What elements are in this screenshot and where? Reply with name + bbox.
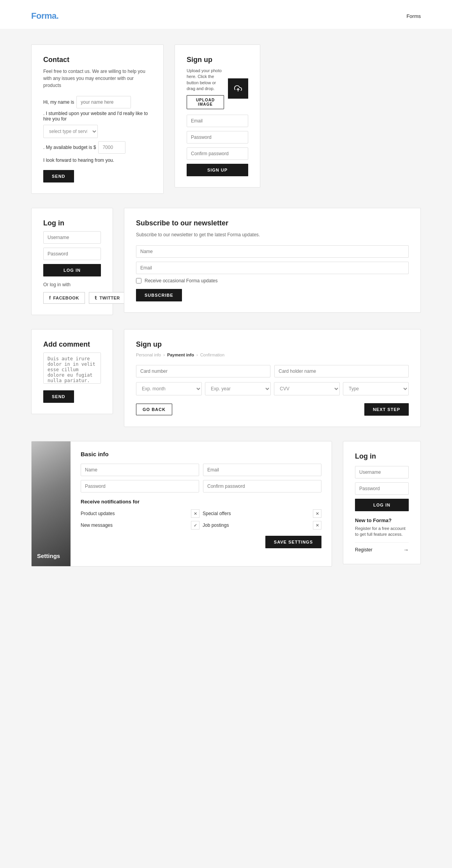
newsletter-name-input[interactable] — [136, 245, 409, 258]
settings-container: Settings Basic info Receive notification… — [31, 441, 332, 567]
settings-confirm-input[interactable] — [203, 480, 321, 492]
stumbled-text: . I stumbled upon your website and I'd r… — [43, 111, 152, 122]
payment-grid — [136, 365, 409, 377]
payment-signup-title: Sign up — [136, 340, 409, 349]
facebook-label: FACEBOOK — [53, 296, 79, 300]
notif-product-updates: Product updates ✕ — [81, 509, 200, 518]
card-number-input[interactable] — [136, 365, 270, 377]
notif-jobs-x[interactable]: ✕ — [313, 521, 321, 530]
settings-sidebar-label: Settings — [37, 553, 60, 559]
logo-text: Forma — [31, 11, 56, 21]
closing-text: I look forward to hearing from you. — [43, 158, 152, 163]
steps-actions: GO BACK NEXT STEP — [136, 403, 409, 416]
go-back-button[interactable]: GO BACK — [136, 404, 172, 415]
signup-card: Sign up Upload your photo here. Click th… — [175, 44, 260, 188]
newsletter-checkbox[interactable] — [136, 278, 141, 283]
login2-username-input[interactable] — [355, 466, 409, 478]
contact-budget-input[interactable] — [98, 141, 125, 154]
save-settings-button[interactable]: SAVE SETTINGS — [265, 536, 321, 548]
twitter-button[interactable]: 𝕥 TWITTER — [89, 292, 126, 304]
contact-service-row: select type of serviceWeb DesignDevelopm… — [43, 125, 152, 138]
login-password-input[interactable] — [43, 248, 101, 260]
exp-month-select[interactable]: Exp. month — [136, 382, 202, 395]
newsletter-title: Subscribe to our newsletter — [136, 219, 409, 227]
newsletter-name-group — [136, 245, 409, 258]
contact-card: Contact Feel free to contact us. We are … — [31, 44, 164, 194]
login2-username-group — [355, 466, 409, 478]
newsletter-card: Subscribe to our newsletter Subscribe to… — [124, 208, 421, 313]
register-desc: Register for a free account to get full … — [355, 526, 409, 538]
login-username-input[interactable] — [43, 231, 101, 244]
checkbox-label: Receive occasional Forma updates — [145, 278, 217, 283]
signup-confirm-group — [187, 147, 248, 160]
nav-forms-link[interactable]: Forms — [406, 13, 421, 19]
logo: Forma. — [31, 11, 58, 21]
settings-password-input[interactable] — [81, 480, 199, 492]
settings-save-row: SAVE SETTINGS — [81, 536, 321, 548]
notif-jobs-label: Job postings — [203, 523, 229, 528]
facebook-icon: f — [49, 295, 51, 301]
upload-info: Upload your photo here. Click the button… — [187, 68, 224, 92]
newsletter-checkbox-row: Receive occasional Forma updates — [136, 278, 409, 283]
step2-arrow: › — [196, 353, 198, 357]
contact-budget-row: . My available budget is $ — [43, 141, 152, 154]
register-link-row: Register → — [355, 542, 409, 553]
login2-card: Log in LOG IN New to Forma? Register for… — [343, 441, 421, 564]
notif-grid: Product updates ✕ Special offers ✕ New m… — [81, 509, 321, 530]
notif-messages-label: New messages — [81, 523, 113, 528]
notif-product-x[interactable]: ✕ — [191, 509, 200, 518]
settings-name-input[interactable] — [81, 464, 199, 476]
signup-button[interactable]: SIGN UP — [187, 164, 248, 176]
notif-messages-check[interactable]: ✓ — [191, 521, 200, 530]
budget-label: . My available budget is $ — [43, 145, 96, 150]
signup-confirm-input[interactable] — [187, 147, 248, 160]
login2-button[interactable]: LOG IN — [355, 499, 409, 511]
comment-send-button[interactable]: SEND — [43, 390, 74, 403]
signup-email-input[interactable] — [187, 115, 248, 127]
login2-password-input[interactable] — [355, 482, 409, 495]
upload-image-button[interactable]: UPLOAD IMAGE — [187, 95, 224, 109]
step2-label: Payment info — [167, 353, 194, 357]
contact-send-button[interactable]: SEND — [43, 170, 74, 182]
new-to-text: New to Forma? — [355, 517, 409, 523]
login-card: Log in LOG IN Or log in with f FACEBOOK … — [31, 208, 113, 315]
contact-name-row: Hi, my name is . I stumbled upon your we… — [43, 96, 152, 122]
contact-service-select[interactable]: select type of serviceWeb DesignDevelopm… — [43, 125, 98, 138]
twitter-icon: 𝕥 — [95, 295, 97, 301]
next-step-button[interactable]: NEXT STEP — [364, 403, 409, 416]
comment-textarea[interactable] — [43, 353, 101, 384]
settings-bg-image: Settings — [32, 441, 71, 566]
contact-desc: Feel free to contact us. We are willing … — [43, 68, 152, 89]
contact-name-input[interactable] — [76, 96, 131, 108]
comment-card: Add comment SEND — [31, 329, 113, 414]
header: Forma. Forms — [0, 0, 452, 29]
main-content: Contact Feel free to contact us. We are … — [0, 29, 452, 582]
newsletter-email-input[interactable] — [136, 262, 409, 274]
step1-arrow: › — [163, 353, 165, 357]
notif-job-postings: Job postings ✕ — [203, 521, 321, 530]
type-select[interactable]: Type — [343, 382, 409, 395]
row-1: Contact Feel free to contact us. We are … — [31, 44, 421, 194]
hi-text: Hi, my name is — [43, 99, 74, 105]
payment-card: Sign up Personal info › Payment info › C… — [124, 329, 421, 427]
register-link[interactable]: Register — [355, 547, 373, 553]
upload-icon-box[interactable] — [228, 78, 248, 99]
cvv-select[interactable]: CVV — [274, 382, 340, 395]
card-holder-input[interactable] — [274, 365, 409, 377]
logo-dot: . — [56, 11, 59, 21]
card-details-row: Exp. month Exp. year CVV Type — [136, 382, 409, 395]
signup-password-input[interactable] — [187, 131, 248, 143]
exp-year-select[interactable]: Exp. year — [205, 382, 271, 395]
login-password-group — [43, 248, 101, 260]
notif-special-offers: Special offers ✕ — [203, 509, 321, 518]
facebook-button[interactable]: f FACEBOOK — [43, 292, 85, 304]
row-4: Settings Basic info Receive notification… — [31, 441, 421, 567]
settings-section-title: Basic info — [81, 451, 321, 457]
login-button[interactable]: LOG IN — [43, 264, 101, 276]
login2-title: Log in — [355, 452, 409, 461]
notif-special-x[interactable]: ✕ — [313, 509, 321, 518]
settings-email-input[interactable] — [203, 464, 321, 476]
row-3: Add comment SEND Sign up Personal info ›… — [31, 329, 421, 427]
subscribe-button[interactable]: SUBSCRIBE — [136, 289, 182, 301]
contact-title: Contact — [43, 56, 152, 64]
